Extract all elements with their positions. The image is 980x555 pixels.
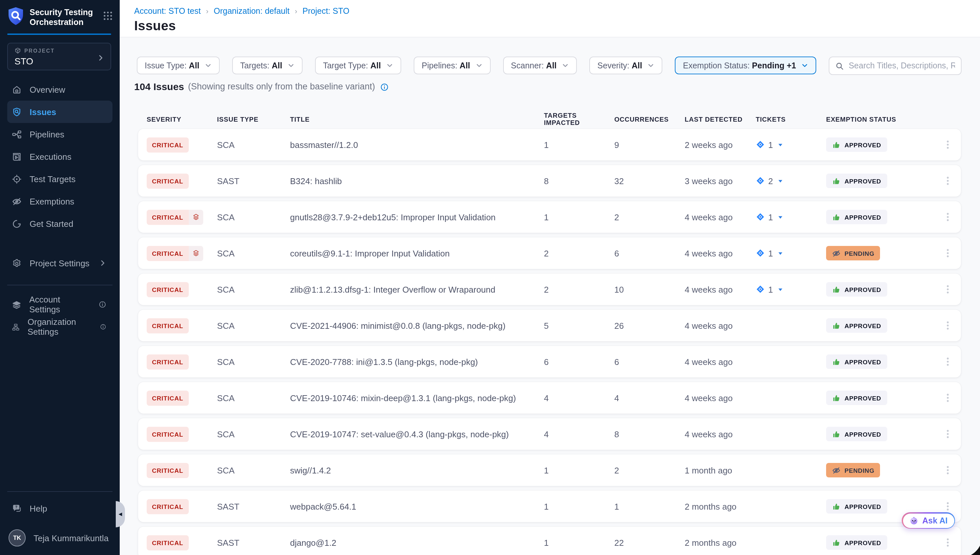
info-icon[interactable] (380, 82, 389, 91)
ticket-dropdown[interactable]: 1 (756, 284, 826, 294)
issue-title[interactable]: bassmaster//1.2.0 (290, 140, 544, 149)
row-menu-button[interactable] (942, 248, 953, 258)
chevron-right-icon (97, 53, 104, 61)
filter-dropdown-scanner[interactable]: Scanner: All (503, 56, 577, 74)
table-row[interactable]: CRITICAL SCA CVE-2020-7788: ini@1.3.5 (l… (138, 346, 961, 377)
targets-impacted-cell: 1 (544, 212, 614, 222)
sidebar-item-organization-settings[interactable]: Organization Settings (7, 316, 112, 338)
table-row[interactable]: CRITICAL SCA swig//1.4.2 1 2 1 month ago… (138, 454, 961, 486)
issue-title[interactable]: B324: hashlib (290, 176, 544, 186)
issue-title[interactable]: webpack@5.64.1 (290, 501, 544, 511)
issue-title[interactable]: gnutls28@3.7.9-2+deb12u5: Improper Input… (290, 212, 544, 222)
issue-title[interactable]: swig//1.4.2 (290, 465, 544, 475)
exemption-status-cell: APPROVED (826, 499, 934, 513)
search-box[interactable] (829, 56, 962, 75)
table-row[interactable]: CRITICAL SAST django@1.2 1 22 2 months a… (138, 527, 961, 555)
tickets-cell: 2 (756, 176, 826, 186)
issue-title[interactable]: CVE-2021-44906: minimist@0.0.8 (lang-pkg… (290, 321, 544, 330)
sidebar-item-exemptions[interactable]: Exemptions (7, 190, 112, 212)
row-menu-button[interactable] (942, 501, 953, 512)
table-row[interactable]: CRITICAL SCA coreutils@9.1-1: Improper I… (138, 237, 961, 269)
issue-type-cell: SCA (217, 284, 290, 294)
filter-dropdown-issue-type[interactable]: Issue Type: All (137, 56, 220, 74)
sidebar-item-account-settings[interactable]: Account Settings (7, 293, 112, 316)
sidebar-item-project-settings[interactable]: Project Settings (7, 252, 112, 274)
sidebar-item-executions[interactable]: Executions (7, 145, 112, 168)
row-menu-button[interactable] (942, 212, 953, 222)
table-row[interactable]: CRITICAL SCA zlib@1:1.2.13.dfsg-1: Integ… (138, 274, 961, 305)
chevron-down-icon (476, 62, 483, 69)
severity-cell: CRITICAL (147, 318, 217, 333)
issue-title[interactable]: django@1.2 (290, 537, 544, 547)
issue-type-cell: SCA (217, 357, 290, 367)
severity-cell: CRITICAL (147, 354, 217, 369)
last-detected-cell: 2 months ago (685, 501, 756, 511)
row-menu-button[interactable] (942, 465, 953, 475)
project-name: STO (14, 56, 104, 66)
row-menu-button[interactable] (942, 176, 953, 186)
row-menu-button[interactable] (942, 537, 953, 548)
sidebar-item-test-targets[interactable]: Test Targets (7, 168, 112, 190)
table-row[interactable]: CRITICAL SCA bassmaster//1.2.0 1 9 2 wee… (138, 129, 961, 160)
exemption-status-cell: APPROVED (826, 173, 934, 188)
issues-shield-icon (12, 107, 22, 117)
severity-badge: CRITICAL (147, 427, 188, 441)
sidebar-item-overview[interactable]: Overview (7, 78, 112, 101)
issue-title[interactable]: zlib@1:1.2.13.dfsg-1: Integer Overflow o… (290, 284, 544, 294)
info-icon[interactable] (100, 323, 107, 331)
filter-dropdown-targets[interactable]: Targets: All (232, 56, 303, 74)
severity-badge: CRITICAL (147, 354, 188, 369)
app-title: Security Testing Orchestration (30, 6, 97, 27)
breadcrumb-link[interactable]: Account: STO test (134, 6, 200, 16)
issue-title[interactable]: CVE-2019-10747: set-value@0.4.3 (lang-pk… (290, 429, 544, 439)
column-header: SEVERITY (147, 115, 217, 123)
user-menu[interactable]: TK Teja Kummarikuntla (7, 527, 112, 549)
table-row[interactable]: CRITICAL SCA CVE-2019-10746: mixin-deep@… (138, 382, 961, 414)
filter-dropdown-pipelines[interactable]: Pipelines: All (414, 56, 490, 74)
row-menu-button[interactable] (942, 320, 953, 331)
issue-title[interactable]: CVE-2019-10746: mixin-deep@1.3.1 (lang-p… (290, 393, 544, 403)
exemption-status-cell: PENDING (826, 246, 934, 260)
ask-ai-button[interactable]: Ask AI (902, 512, 955, 529)
filter-dropdown-severity[interactable]: Severity: All (590, 56, 662, 74)
table-row[interactable]: CRITICAL SAST webpack@5.64.1 1 1 2 month… (138, 491, 961, 522)
last-detected-cell: 2 weeks ago (685, 140, 756, 149)
ticket-count: 1 (768, 284, 773, 294)
ticket-dropdown[interactable]: 2 (756, 176, 826, 186)
row-menu-button[interactable] (942, 140, 953, 150)
issue-type-cell: SCA (217, 140, 290, 149)
search-input[interactable] (849, 61, 955, 70)
filter-dropdown-target-type[interactable]: Target Type: All (315, 56, 401, 74)
exemption-status-cell: APPROVED (826, 354, 934, 369)
sto-app: Security Testing Orchestration PROJECT S… (0, 0, 980, 555)
info-icon[interactable] (99, 300, 107, 308)
chevron-down-icon (562, 62, 569, 69)
table-row[interactable]: CRITICAL SAST B324: hashlib 8 32 3 weeks… (138, 165, 961, 197)
ticket-dropdown[interactable]: 1 (756, 248, 826, 258)
issue-title[interactable]: CVE-2020-7788: ini@1.3.5 (lang-pkgs, nod… (290, 357, 544, 367)
ticket-dropdown[interactable]: 1 (756, 140, 826, 149)
filter-dropdown-exemption-status[interactable]: Exemption Status: Pending +1 (675, 56, 816, 74)
occurrences-cell: 9 (614, 140, 685, 149)
breadcrumb-link[interactable]: Organization: default (214, 6, 290, 16)
row-menu-button[interactable] (942, 393, 953, 403)
sidebar-item-label: Issues (30, 107, 56, 117)
table-row[interactable]: CRITICAL SCA CVE-2021-44906: minimist@0.… (138, 310, 961, 341)
ticket-dropdown[interactable]: 1 (756, 212, 826, 222)
thumbs-up-icon (832, 358, 840, 366)
sidebar-item-pipelines[interactable]: Pipelines (7, 123, 112, 145)
issue-title[interactable]: coreutils@9.1-1: Improper Input Validati… (290, 248, 544, 258)
exemption-status-badge: APPROVED (826, 318, 887, 333)
app-grid-icon[interactable] (103, 11, 113, 21)
sidebar-item-help[interactable]: ? Help (7, 497, 112, 520)
chevron-down-icon (287, 62, 295, 69)
sidebar-item-get-started[interactable]: Get Started (7, 212, 112, 235)
project-selector[interactable]: PROJECT STO (7, 43, 111, 71)
breadcrumb-link[interactable]: Project: STO (303, 6, 350, 16)
row-menu-button[interactable] (942, 356, 953, 367)
row-menu-button[interactable] (942, 284, 953, 295)
table-row[interactable]: CRITICAL SCA CVE-2019-10747: set-value@0… (138, 418, 961, 450)
table-row[interactable]: CRITICAL SCA gnutls28@3.7.9-2+deb12u5: I… (138, 201, 961, 233)
row-menu-button[interactable] (942, 429, 953, 439)
sidebar-item-issues[interactable]: Issues (7, 101, 112, 123)
